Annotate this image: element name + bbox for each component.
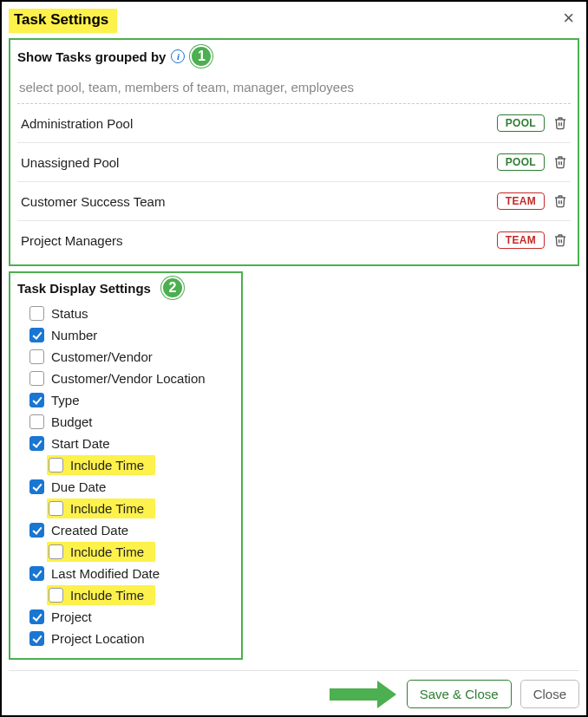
group-item-name: Administration Pool — [21, 116, 133, 131]
group-by-section: Show Tasks grouped by i 1 select pool, t… — [9, 38, 579, 266]
display-option-label: Number — [51, 328, 97, 342]
display-option-checkbox[interactable] — [29, 479, 44, 494]
team-badge: TEAM — [497, 192, 545, 210]
trash-icon[interactable] — [553, 154, 567, 170]
title-highlight: Task Settings — [9, 9, 117, 33]
display-option-label: Customer/Vendor — [51, 349, 153, 364]
display-option-checkbox[interactable] — [29, 349, 44, 364]
group-item: Unassigned PoolPOOL — [17, 143, 571, 182]
display-option-label: Start Date — [51, 436, 110, 451]
group-item-name: Customer Success Team — [21, 194, 165, 209]
display-option-checkbox[interactable] — [29, 523, 44, 538]
group-item: Administration PoolPOOL — [17, 104, 571, 143]
display-option-checkbox[interactable] — [29, 609, 44, 624]
pool-badge: POOL — [497, 114, 545, 132]
group-by-header: Show Tasks grouped by i 1 — [17, 45, 571, 68]
display-option-checkbox[interactable] — [29, 328, 44, 342]
display-settings-title: Task Display Settings — [17, 281, 151, 296]
display-option-label: Include Time — [70, 458, 144, 473]
display-option-label: Include Time — [70, 588, 144, 603]
display-option-checkbox[interactable] — [29, 436, 44, 451]
group-item: Project ManagersTEAM — [17, 221, 571, 259]
display-option-row: Include Time — [49, 498, 236, 519]
task-settings-dialog: Task Settings × Show Tasks grouped by i … — [0, 0, 588, 717]
display-option-checkbox[interactable] — [49, 501, 63, 516]
save-and-close-button[interactable]: Save & Close — [407, 680, 512, 708]
dialog-header: Task Settings × — [9, 9, 579, 33]
group-by-label: Show Tasks grouped by — [17, 49, 166, 64]
display-option-checkbox[interactable] — [29, 414, 44, 429]
display-option-checkbox[interactable] — [49, 544, 63, 559]
group-item-name: Unassigned Pool — [21, 155, 119, 170]
display-option-row: Customer/Vendor Location — [29, 368, 236, 389]
display-option-checkbox[interactable] — [49, 588, 63, 603]
display-option-checkbox[interactable] — [49, 458, 63, 473]
display-option-row: Include Time — [49, 584, 236, 606]
trash-icon[interactable] — [553, 115, 567, 131]
close-icon[interactable]: × — [558, 9, 579, 28]
display-option-row: Project — [29, 606, 236, 628]
display-option-row: Status — [29, 303, 236, 324]
display-option-row: Number — [29, 324, 236, 346]
display-option-checkbox[interactable] — [29, 306, 44, 321]
display-options-list: StatusNumberCustomer/VendorCustomer/Vend… — [16, 303, 236, 649]
dialog-footer: Save & Close Close — [9, 670, 579, 708]
trash-icon[interactable] — [553, 193, 567, 209]
display-option-label: Project Location — [51, 631, 145, 646]
display-option-row: Include Time — [49, 454, 236, 476]
display-settings-section: Task Display Settings 2 StatusNumberCust… — [9, 271, 243, 660]
group-item: Customer Success TeamTEAM — [17, 182, 571, 221]
callout-badge-2: 2 — [161, 277, 184, 299]
dialog-title: Task Settings — [14, 11, 108, 28]
pool-badge: POOL — [497, 153, 545, 171]
display-option-row: Due Date — [29, 476, 236, 498]
display-option-checkbox[interactable] — [29, 566, 44, 581]
display-option-label: Type — [51, 393, 80, 407]
display-option-row: Budget — [29, 411, 236, 433]
display-option-label: Created Date — [51, 523, 128, 538]
display-option-row: Created Date — [29, 519, 236, 541]
group-list: Administration PoolPOOLUnassigned PoolPO… — [17, 104, 571, 259]
display-option-label: Budget — [51, 414, 93, 429]
display-settings-header: Task Display Settings 2 — [16, 277, 236, 299]
display-option-label: Due Date — [51, 479, 106, 494]
display-option-row: Type — [29, 389, 236, 411]
info-icon[interactable]: i — [171, 49, 185, 63]
display-option-checkbox[interactable] — [29, 631, 44, 646]
display-option-row: Start Date — [29, 433, 236, 454]
team-badge: TEAM — [497, 231, 545, 249]
group-by-input[interactable]: select pool, team, members of team, mana… — [17, 75, 571, 104]
display-option-checkbox[interactable] — [29, 371, 44, 386]
display-option-label: Include Time — [70, 544, 144, 559]
display-option-label: Customer/Vendor Location — [51, 371, 206, 386]
trash-icon[interactable] — [553, 232, 567, 248]
close-button[interactable]: Close — [520, 680, 579, 708]
display-option-row: Project Location — [29, 628, 236, 649]
display-option-row: Customer/Vendor — [29, 346, 236, 368]
display-option-row: Last Modified Date — [29, 563, 236, 584]
arrow-annotation — [330, 681, 396, 708]
display-option-label: Status — [51, 306, 88, 321]
group-item-name: Project Managers — [21, 233, 123, 248]
display-option-label: Last Modified Date — [51, 566, 160, 581]
display-option-label: Project — [51, 609, 92, 624]
display-option-row: Include Time — [49, 541, 236, 563]
display-option-label: Include Time — [70, 501, 144, 516]
callout-badge-1: 1 — [190, 45, 212, 68]
display-option-checkbox[interactable] — [29, 393, 44, 407]
